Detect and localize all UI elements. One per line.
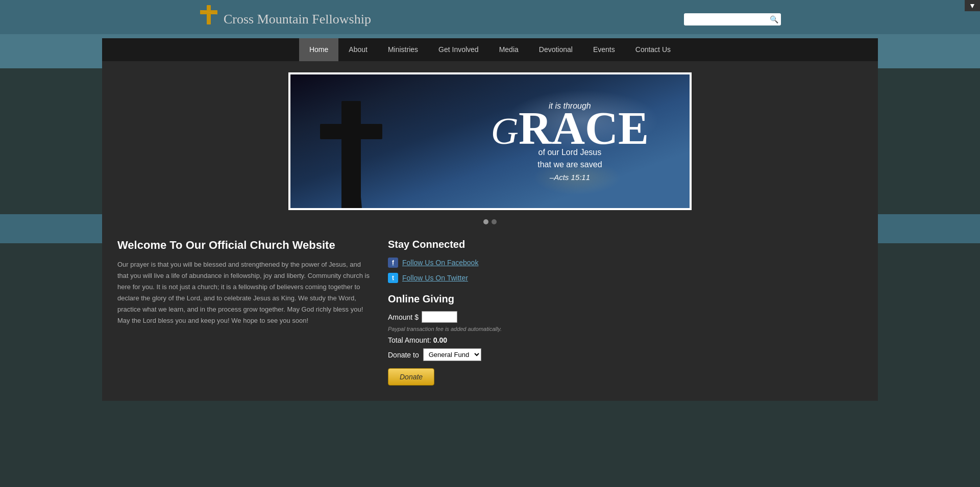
stay-connected-section: Stay Connected f Follow Us On Facebook t…: [388, 239, 531, 283]
search-icon: 🔍: [770, 15, 778, 23]
donate-button[interactable]: Donate: [388, 368, 434, 386]
nav-get-involved[interactable]: Get Involved: [428, 38, 489, 61]
slider-dot-1[interactable]: [483, 219, 488, 224]
total-value: 0.00: [433, 336, 447, 344]
nav-events[interactable]: Events: [583, 38, 625, 61]
facebook-link[interactable]: f Follow Us On Facebook: [388, 258, 531, 268]
welcome-section: Welcome To Our Official Church Website O…: [117, 239, 373, 386]
search-box[interactable]: 🔍: [684, 13, 781, 25]
twitter-link[interactable]: t Follow Us On Twitter: [388, 273, 531, 283]
scroll-top-button[interactable]: ▼: [965, 0, 980, 11]
amount-input[interactable]: [422, 311, 457, 323]
online-giving-section: Online Giving Amount $ Paypal transactio…: [388, 293, 531, 386]
search-input[interactable]: [688, 15, 770, 23]
facebook-label: Follow Us On Facebook: [402, 259, 478, 267]
total-amount-row: Total Amount: 0.00: [388, 336, 531, 344]
facebook-icon: f: [388, 258, 398, 268]
donate-to-label: Donate to: [388, 351, 419, 359]
hero-cross-silhouette: [311, 86, 393, 208]
svg-rect-0: [207, 5, 211, 24]
slider-dots: [102, 219, 878, 224]
nav-home[interactable]: Home: [299, 38, 338, 61]
svg-rect-4: [341, 101, 361, 208]
fund-select[interactable]: General Fund: [423, 348, 481, 361]
twitter-icon: t: [388, 273, 398, 283]
paypal-note: Paypal transaction fee is added automati…: [388, 326, 531, 332]
total-label: Total Amount:: [388, 336, 431, 344]
amount-row: Amount $: [388, 311, 531, 323]
nav-media[interactable]: Media: [489, 38, 529, 61]
main-nav: Home About Ministries Get Involved Media…: [102, 38, 878, 61]
hero-grace-text: GRACE: [491, 106, 649, 151]
site-title: Cross Mountain Fellowship: [224, 12, 371, 27]
welcome-body: Our prayer is that you will be blessed a…: [117, 259, 373, 327]
nav-about[interactable]: About: [338, 38, 378, 61]
logo-area: Cross Mountain Fellowship: [199, 5, 371, 33]
main-content-area: it is through GRACE of our Lord Jesus th…: [102, 61, 878, 401]
amount-label: Amount $: [388, 313, 419, 321]
right-sidebar: Stay Connected f Follow Us On Facebook t…: [388, 239, 531, 386]
stay-connected-title: Stay Connected: [388, 239, 531, 250]
slider-dot-2[interactable]: [492, 219, 497, 224]
hero-verse: –Acts 15:11: [491, 173, 649, 182]
cross-logo-icon: [199, 5, 219, 33]
svg-rect-5: [320, 124, 382, 139]
twitter-label: Follow Us On Twitter: [402, 274, 468, 282]
nav-devotional[interactable]: Devotional: [529, 38, 583, 61]
donate-to-row: Donate to General Fund: [388, 348, 531, 361]
nav-ministries[interactable]: Ministries: [378, 38, 428, 61]
hero-text-block: it is through GRACE of our Lord Jesus th…: [491, 101, 649, 182]
nav-contact-us[interactable]: Contact Us: [625, 38, 681, 61]
online-giving-title: Online Giving: [388, 293, 531, 305]
hero-slider: it is through GRACE of our Lord Jesus th…: [288, 72, 692, 210]
welcome-title: Welcome To Our Official Church Website: [117, 239, 373, 252]
